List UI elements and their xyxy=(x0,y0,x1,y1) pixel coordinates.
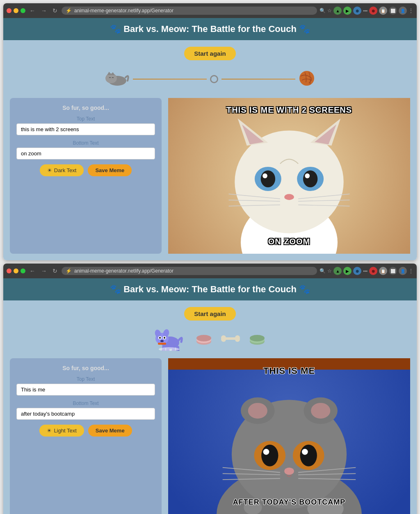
window-controls-2 xyxy=(7,268,25,273)
app-title-1: 🐾 Bark vs. Meow: The Battle for the Couc… xyxy=(9,24,411,34)
browser-actions-2: 🔍 ☆ ▲ ▶ ⊕ ••• ⊗ 📋 ⬜ 👤 ⋮ xyxy=(320,267,413,275)
sleeping-cat-icon xyxy=(105,69,130,89)
bottom-text-group-1: Bottom Text xyxy=(16,140,155,159)
meme2-bottom-text: AFTER TODAY'S BOOTCAMP xyxy=(168,495,410,510)
menu-dots-icon[interactable]: ⋮ xyxy=(409,8,413,14)
svg-point-70 xyxy=(263,449,269,455)
close-window-btn[interactable] xyxy=(7,8,11,13)
svg-point-18 xyxy=(305,173,310,178)
meme-image-2: THIS IS ME AFTER TODAY'S BOOTCAMP xyxy=(168,358,410,514)
start-again-btn-1[interactable]: Start again xyxy=(184,47,236,60)
bottom-text-input-2[interactable] xyxy=(16,408,155,420)
bookmark-icon[interactable]: ☆ xyxy=(327,8,332,14)
svg-point-55 xyxy=(250,335,265,341)
minimize-window-btn[interactable] xyxy=(14,8,18,13)
start-again-container-1: Start again xyxy=(10,47,410,60)
profile-icon-2[interactable]: 👤 xyxy=(399,267,407,275)
more-options-icon-2[interactable]: ••• xyxy=(363,269,368,273)
cat-yarn-decoration xyxy=(10,69,410,89)
bookmark-icon-2[interactable]: ☆ xyxy=(327,268,332,274)
svg-point-65 xyxy=(311,403,330,418)
app-header-1: 🐾 Bark vs. Meow: The Battle for the Couc… xyxy=(3,18,417,40)
extension-icon-2-2[interactable]: ▶ xyxy=(343,267,352,275)
cat-decoration-area xyxy=(10,67,410,91)
browser-window-2: ← → ↻ ⚡ animal-meme-generator.netlify.ap… xyxy=(3,264,417,514)
sun-icon-2: ☀ xyxy=(47,428,52,434)
refresh-btn[interactable]: ↻ xyxy=(51,7,59,15)
extension-icon-5[interactable]: 📋 xyxy=(379,7,387,15)
meme-container-1: THIS IS ME WITH 2 SCREENS ON ZOOM xyxy=(168,98,410,254)
app-title-2: 🐾 Bark vs. Meow: The Battle for the Couc… xyxy=(9,284,411,295)
forward-btn[interactable]: → xyxy=(39,7,48,15)
profile-icon[interactable]: 👤 xyxy=(399,7,407,15)
extension-icon-6[interactable]: ⬜ xyxy=(389,7,397,15)
form-subtitle-2: So fur, so good... xyxy=(16,365,155,371)
browser-chrome-2: ← → ↻ ⚡ animal-meme-generator.netlify.ap… xyxy=(3,264,417,278)
form-panel-2: So fur, so good... Top Text Bottom Text … xyxy=(10,358,162,514)
extension-icon-4[interactable]: ⊗ xyxy=(369,7,377,15)
app-body-1: Start again xyxy=(3,40,417,260)
forward-btn-2[interactable]: → xyxy=(39,267,48,275)
maximize-window-btn-2[interactable] xyxy=(21,268,25,273)
bottom-text-label-2: Bottom Text xyxy=(16,400,155,406)
back-btn[interactable]: ← xyxy=(28,7,37,15)
extension-icon-2-5[interactable]: 📋 xyxy=(379,267,387,275)
maximize-window-btn[interactable] xyxy=(21,8,25,13)
content-area-1: So fur, so good... Top Text Bottom Text … xyxy=(10,98,410,254)
top-text-group-2: Top Text xyxy=(16,376,155,396)
svg-point-72 xyxy=(284,468,294,475)
site-icon-2: ⚡ xyxy=(66,268,72,274)
meme2-top-text: THIS IS ME xyxy=(168,362,410,380)
ring-decoration xyxy=(210,75,218,83)
dog-icon xyxy=(155,326,187,353)
svg-point-16 xyxy=(303,171,317,187)
save-meme-btn-2[interactable]: Save Meme xyxy=(88,425,132,437)
form-panel-1: So fur, so good... Top Text Bottom Text … xyxy=(10,98,162,254)
sun-icon-1: ☀ xyxy=(47,167,52,173)
svg-rect-43 xyxy=(158,343,166,345)
dark-text-btn-1[interactable]: ☀ Dark Text xyxy=(40,164,84,176)
svg-point-68 xyxy=(261,445,278,466)
minimize-window-btn-2[interactable] xyxy=(14,268,18,273)
bottom-text-group-2: Bottom Text xyxy=(16,400,155,420)
svg-point-15 xyxy=(261,171,275,187)
save-meme-btn-1[interactable]: Save Meme xyxy=(88,164,132,176)
extension-icon-3[interactable]: ⊕ xyxy=(353,7,361,15)
extension-icon-2-3[interactable]: ⊕ xyxy=(353,267,361,275)
top-text-group-1: Top Text xyxy=(16,116,155,135)
light-text-btn-2[interactable]: ☀ Light Text xyxy=(39,425,84,437)
address-bar-2[interactable]: ⚡ animal-meme-generator.netlify.app/Gene… xyxy=(62,267,317,275)
app-body-2: Start again xyxy=(3,300,417,514)
meme-container-2: THIS IS ME AFTER TODAY'S BOOTCAMP I am a… xyxy=(168,358,410,514)
svg-point-4 xyxy=(299,71,314,86)
bowl-icon xyxy=(196,332,212,346)
top-text-input-1[interactable] xyxy=(16,123,155,135)
extension-icon-2-1[interactable]: ▲ xyxy=(333,267,342,275)
svg-point-64 xyxy=(248,403,267,418)
start-again-btn-2[interactable]: Start again xyxy=(184,307,236,321)
form-subtitle-1: So fur, so good... xyxy=(16,105,155,111)
back-btn-2[interactable]: ← xyxy=(28,267,37,275)
top-text-label-2: Top Text xyxy=(16,376,155,382)
close-window-btn-2[interactable] xyxy=(7,268,11,273)
extension-icon-2[interactable]: ▶ xyxy=(343,7,352,15)
extension-icon-2-6[interactable]: ⬜ xyxy=(389,267,397,275)
extension-icon-2-4[interactable]: ⊗ xyxy=(369,267,377,275)
bone-icon xyxy=(220,334,241,344)
yarn-ball-icon xyxy=(299,70,315,88)
more-options-icon[interactable]: ••• xyxy=(363,9,368,13)
svg-point-19 xyxy=(284,194,294,200)
zoom-icon[interactable]: 🔍 xyxy=(320,8,326,14)
refresh-btn-2[interactable]: ↻ xyxy=(51,267,59,275)
start-again-container-2: Start again xyxy=(10,307,410,321)
address-bar-1[interactable]: ⚡ animal-meme-generator.netlify.app/Gene… xyxy=(62,7,317,15)
svg-point-41 xyxy=(164,337,165,339)
bottom-text-input-1[interactable] xyxy=(16,148,155,159)
top-text-label-1: Top Text xyxy=(16,116,155,122)
svg-marker-2 xyxy=(107,72,112,75)
form-buttons-2: ☀ Light Text Save Meme xyxy=(16,425,155,437)
menu-dots-icon-2[interactable]: ⋮ xyxy=(409,268,413,274)
extension-icon-1[interactable]: ▲ xyxy=(333,7,342,15)
zoom-icon-2[interactable]: 🔍 xyxy=(320,268,326,274)
top-text-input-2[interactable] xyxy=(16,384,155,396)
